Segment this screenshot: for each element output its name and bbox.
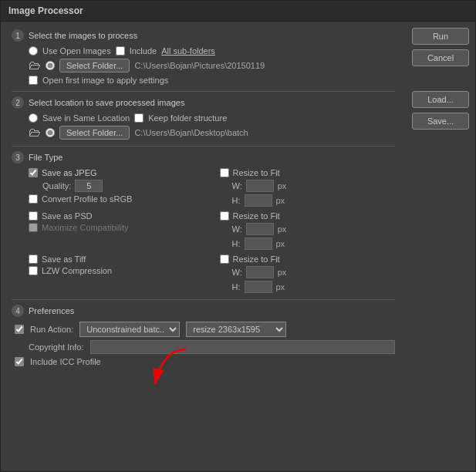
keep-folder-label: Keep folder structure	[148, 113, 227, 123]
psd-w-label: W:	[232, 224, 242, 234]
psd-w-px: px	[278, 224, 287, 234]
icc-row: Include ICC Profile	[12, 357, 395, 366]
section-2: 2 Select location to save processed imag…	[12, 96, 395, 140]
save-same-radio[interactable]	[29, 113, 38, 123]
open-first-checkbox[interactable]	[29, 76, 38, 85]
section-2-title: Select location to save processed images	[29, 98, 184, 107]
convert-profile-label: Convert Profile to sRGB	[42, 194, 132, 204]
all-subfolders-label: All sub-folders	[161, 46, 215, 56]
save-psd-label: Save as PSD	[42, 211, 92, 221]
title-bar: Image Processor	[1, 1, 475, 22]
maximize-compat-label: Maximize Compatibility	[42, 223, 128, 232]
folder-icon-2: 🗁	[29, 126, 41, 140]
section-1: 1 Select the images to process Use Open …	[12, 29, 395, 85]
section-1-num: 1	[12, 29, 24, 42]
lzw-label: LZW Compression	[42, 266, 112, 275]
icc-checkbox[interactable]	[15, 357, 24, 366]
window-title: Image Processor	[8, 5, 83, 16]
tiff-h-px: px	[276, 282, 285, 292]
save-psd-checkbox[interactable]	[29, 211, 38, 221]
select-folder-btn-2[interactable]: Select Folder...	[59, 126, 130, 140]
psd-left: Save as PSD Maximize Compatibility	[29, 211, 204, 250]
convert-profile-checkbox[interactable]	[29, 194, 38, 204]
save-tiff-label: Save as Tiff	[42, 255, 86, 264]
section-4-num: 4	[12, 305, 24, 317]
jpeg-block: Save as JPEG Quality: Convert Profile to…	[12, 168, 395, 207]
psd-right: Resize to Fit W: px H: px	[220, 211, 396, 250]
jpeg-left: Save as JPEG Quality: Convert Profile to…	[29, 168, 204, 207]
run-action-checkbox[interactable]	[15, 325, 24, 334]
section-2-num: 2	[12, 96, 24, 109]
load-button[interactable]: Load...	[412, 91, 469, 108]
psd-w-input[interactable]	[246, 223, 274, 235]
psd-resize-label: Resize to Fit	[233, 211, 280, 221]
side-panel: Run Cancel Load... Save...	[406, 22, 475, 470]
run-button[interactable]: Run	[412, 28, 469, 45]
save-same-label: Save in Same Location	[42, 113, 130, 123]
use-open-radio[interactable]	[29, 46, 38, 56]
include-label: Include	[130, 46, 157, 56]
tiff-w-input[interactable]	[246, 266, 274, 278]
open-first-label: Open first image to apply settings	[42, 76, 168, 85]
jpeg-w-px: px	[278, 181, 287, 190]
psd-resize-checkbox[interactable]	[220, 211, 229, 221]
jpeg-h-input[interactable]	[245, 194, 272, 207]
lzw-checkbox[interactable]	[29, 266, 38, 275]
cancel-button[interactable]: Cancel	[412, 49, 469, 66]
psd-h-input[interactable]	[245, 238, 272, 250]
tiff-h-label: H:	[232, 282, 241, 292]
maximize-compat-checkbox[interactable]	[29, 223, 38, 232]
run-action-dropdown2[interactable]: resize 2363x1595	[186, 322, 286, 337]
row-open-first: Open first image to apply settings	[12, 76, 395, 85]
section-1-title: Select the images to process	[29, 31, 137, 40]
use-open-label: Use Open Images	[42, 46, 111, 56]
section-3-title: File Type	[29, 153, 62, 162]
jpeg-resize-checkbox[interactable]	[220, 168, 229, 177]
tiff-right: Resize to Fit W: px H: px	[220, 255, 396, 293]
include-subfolders-checkbox[interactable]	[116, 46, 125, 56]
save-jpeg-label: Save as JPEG	[42, 168, 97, 177]
section-4: 4 Preferences Run Action: Unconstrained …	[12, 305, 395, 366]
save-tiff-checkbox[interactable]	[29, 255, 38, 264]
section-4-title: Preferences	[29, 306, 74, 315]
select-folder-btn-1[interactable]: Select Folder...	[59, 59, 130, 72]
psd-h-label: H:	[232, 239, 241, 248]
folder-icon-1: 🗁	[29, 59, 41, 72]
icc-label: Include ICC Profile	[30, 357, 101, 366]
copyright-row: Copyright Info:	[12, 340, 395, 354]
jpeg-right: Resize to Fit W: px H: px	[220, 168, 396, 207]
jpeg-h-px: px	[276, 196, 285, 205]
tiff-h-input[interactable]	[245, 281, 272, 293]
main-panel: 1 Select the images to process Use Open …	[1, 22, 406, 470]
copyright-label: Copyright Info:	[15, 342, 84, 352]
section-3: 3 File Type Save as JPEG Quality:	[12, 151, 395, 293]
row-select-folder-1: 🗁 Select Folder... C:\Users\Bojan\Pictur…	[12, 59, 395, 72]
run-action-row: Run Action: Unconstrained batc... resize…	[12, 322, 395, 337]
run-action-dropdown1[interactable]: Unconstrained batc...	[79, 322, 180, 337]
tiff-w-px: px	[278, 268, 287, 277]
row-save-same: Save in Same Location Keep folder struct…	[12, 113, 395, 123]
psd-block: Save as PSD Maximize Compatibility Resiz…	[12, 211, 395, 250]
quality-label: Quality:	[42, 181, 71, 190]
folder-path-2: C:\Users\Bojan\Desktop\batch	[134, 128, 248, 137]
row-use-open: Use Open Images Include All sub-folders	[12, 46, 395, 56]
tiff-block: Save as Tiff LZW Compression Resize to F…	[12, 255, 395, 293]
tiff-w-label: W:	[232, 268, 242, 277]
run-action-label: Run Action:	[30, 325, 73, 334]
jpeg-resize-label: Resize to Fit	[233, 168, 280, 177]
folder-radio-1[interactable]	[46, 61, 55, 70]
jpeg-w-input[interactable]	[246, 180, 274, 192]
tiff-resize-checkbox[interactable]	[220, 255, 229, 264]
save-jpeg-checkbox[interactable]	[29, 168, 38, 177]
row-select-folder-2: 🗁 Select Folder... C:\Users\Bojan\Deskto…	[12, 126, 395, 140]
jpeg-w-label: W:	[232, 181, 242, 190]
copyright-input[interactable]	[90, 340, 395, 354]
keep-folder-checkbox[interactable]	[134, 113, 143, 123]
tiff-resize-label: Resize to Fit	[233, 255, 280, 264]
save-button[interactable]: Save...	[412, 113, 469, 130]
quality-input[interactable]	[75, 180, 103, 192]
section-3-num: 3	[12, 151, 24, 164]
folder-radio-2[interactable]	[46, 128, 55, 137]
folder-path-1: C:\Users\Bojan\Pictures\20150119	[134, 61, 265, 70]
psd-h-px: px	[276, 239, 285, 248]
